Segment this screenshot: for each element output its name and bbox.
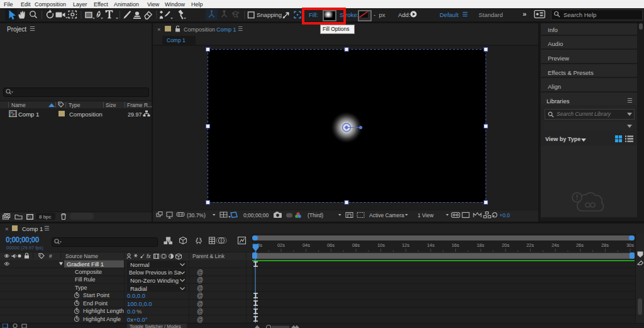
svg-text:fx: fx: [147, 253, 151, 259]
svg-text:Parent & Link: Parent & Link: [192, 253, 225, 259]
svg-text:Gradient Fill 1: Gradient Fill 1: [67, 261, 104, 268]
svg-text:#: #: [49, 253, 52, 259]
svg-text:Source Name: Source Name: [65, 253, 98, 259]
